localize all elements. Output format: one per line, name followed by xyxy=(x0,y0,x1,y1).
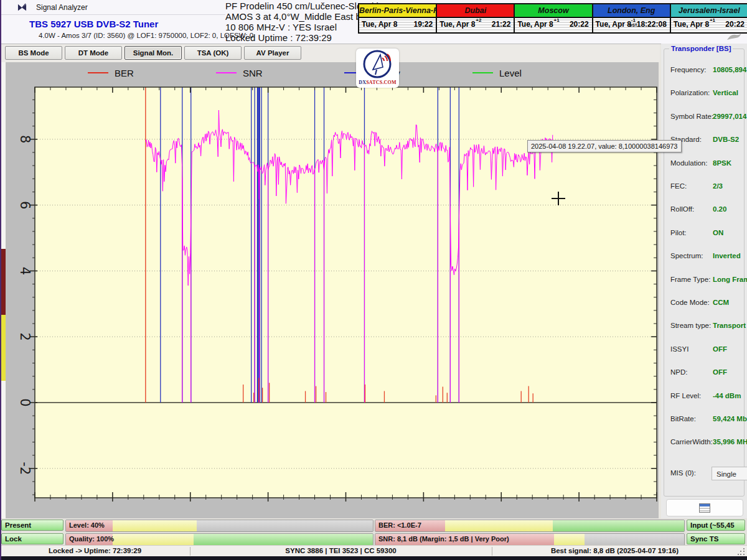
mode-tabs: BS ModeDT ModeSignal Mon.TSA (OK)AV Play… xyxy=(1,44,660,62)
tab-dt-mode[interactable]: DT Mode xyxy=(65,46,122,60)
clock-city-label: Berlin-Paris-Vienna-Roma xyxy=(359,4,436,18)
watermark-icon xyxy=(726,32,742,41)
clock-london-eng: London, EngTue, Apr 8-1DST18:22:08 xyxy=(593,4,671,32)
field-value-polarization-: Vertical xyxy=(713,89,738,96)
clock-date: Tue, Apr 8 xyxy=(596,20,631,29)
clock-city-label: Moscow xyxy=(515,4,591,18)
dxsatcs-logo: DXSATCS.COM xyxy=(356,49,399,88)
svg-text:6: 6 xyxy=(17,201,32,209)
clock-date: Tue, Apr 8 xyxy=(362,20,397,29)
app-icon xyxy=(17,3,27,12)
progress-segment-gray xyxy=(585,534,684,545)
progressbar-snr: SNR: 8,1 dB (Margin: 1,5 dB | Very Poor) xyxy=(375,533,685,546)
logo-text: DXSATCS.COM xyxy=(356,80,399,85)
clock-time-row: Tue, Apr 8+120:22 xyxy=(515,18,591,32)
svg-text:0: 0 xyxy=(17,398,32,406)
field-value-rf-level-: -44 dBm xyxy=(713,392,741,399)
log-button[interactable] xyxy=(666,499,743,516)
window-header: Signal Analyzer TBS 5927 USB DVB-S2 Tune… xyxy=(1,0,747,44)
field-value-code-mode-: CCM xyxy=(713,299,729,306)
window-bottom-edge xyxy=(0,556,747,560)
titlebar: Signal Analyzer xyxy=(1,0,225,15)
field-label-code-mode-: Code Mode: xyxy=(670,299,710,306)
field-label-frame-type-: Frame Type: xyxy=(670,276,710,283)
progress-segment-yellow xyxy=(113,534,194,545)
clock-jerusalem-israel: Jerusalem-IsraelTue, Apr 8+120:22 xyxy=(671,4,747,32)
progress-segment-green xyxy=(553,520,684,531)
tuner-subtitle: 4.0W - Amos 3/7 (ID: 3560) @ LOF1: 97500… xyxy=(39,32,253,39)
site-info-line: AMOS 3 at 4,0°W_Middle East beam xyxy=(225,11,357,22)
clock-time: 19:22 xyxy=(414,20,433,29)
transponder-groupbox: Transponder [BS] Frequency:10805,894 MHz… xyxy=(664,49,745,497)
clock-time: 18:22:08 xyxy=(637,20,667,29)
field-value-pilot-: ON xyxy=(713,229,723,236)
field-value-spectrum-: Inverted xyxy=(713,252,741,259)
site-info-line: 10 806 MHz-V : YES Israel xyxy=(225,22,357,32)
progress-segment-green xyxy=(194,534,373,545)
clock-time: 20:22 xyxy=(570,20,589,29)
progressbar-label: BER: <1.0E-7 xyxy=(378,521,421,529)
clock-moscow: MoscowTue, Apr 8+120:22 xyxy=(515,4,593,32)
clock-time-row: Tue, Apr 819:22 xyxy=(359,18,436,32)
field-label-bitrate-: BitRate: xyxy=(670,415,696,422)
resize-grip[interactable] xyxy=(738,548,745,556)
tuner-title: TBS 5927 USB DVB-S2 Tuner xyxy=(29,19,158,29)
window-left-border xyxy=(0,0,1,560)
world-clocks: Berlin-Paris-Vienna-RomaTue, Apr 819:22D… xyxy=(358,3,747,34)
clock-time-row: Tue, Apr 8+221:22 xyxy=(437,18,514,32)
clock-date: Tue, Apr 8 xyxy=(439,20,475,29)
field-value-frequency-: 10805,894 MHz xyxy=(713,66,747,73)
signal-chart[interactable]: 86420-2 xyxy=(6,62,659,518)
signal-analyzer-window: Signal Analyzer TBS 5927 USB DVB-S2 Tune… xyxy=(0,0,747,560)
field-value-symbol-rate-: 29997,014 KS/s xyxy=(713,113,747,120)
progress-segment-yellow xyxy=(554,534,585,545)
mis-dropdown[interactable]: Single xyxy=(712,467,747,480)
clock-time-row: Tue, Apr 8-1DST18:22:08 xyxy=(593,18,670,32)
field-value-rolloff-: 0.20 xyxy=(713,205,726,213)
field-label-rolloff-: RollOff: xyxy=(670,205,694,213)
field-label-rf-level-: RF Level: xyxy=(670,392,701,399)
progressbar-quality: Quality: 100% xyxy=(65,533,374,546)
progress-segment-gray xyxy=(197,520,373,531)
tab-av-player[interactable]: AV Player xyxy=(244,46,301,60)
left-meter-yellow-segment xyxy=(1,315,6,381)
clock-utc-offset: +1 xyxy=(710,18,715,23)
badge-present: Present xyxy=(1,520,63,531)
clock-time-row: Tue, Apr 8+120:22 xyxy=(671,18,747,32)
svg-text:8: 8 xyxy=(17,135,32,143)
tab-tsa-ok-[interactable]: TSA (OK) xyxy=(184,46,242,60)
clock-utc-offset: +2 xyxy=(476,18,481,23)
tab-bs-mode[interactable]: BS Mode xyxy=(5,46,62,60)
field-value-standard-: DVB-S2 xyxy=(713,136,739,143)
clock-utc-offset: +1 xyxy=(553,18,559,23)
tab-signal-mon-[interactable]: Signal Mon. xyxy=(125,46,182,60)
progress-segment-yellow xyxy=(113,520,197,531)
field-label-frequency-: Frequency: xyxy=(670,66,707,73)
field-label-symbol-rate-: Symbol Rate: xyxy=(670,113,713,120)
badge-lock: Lock xyxy=(1,533,63,544)
transponder-title: Transponder [BS] xyxy=(669,45,733,52)
field-label-carrierwidth-: CarrierWidth: xyxy=(670,438,713,446)
field-label-fec-: FEC: xyxy=(670,182,687,190)
satellite-dish-icon xyxy=(362,49,394,78)
field-label-modulation-: Modulation: xyxy=(670,159,707,167)
progressbar-label: Quality: 100% xyxy=(69,535,114,543)
clock-dubai: DubaiTue, Apr 8+221:22 xyxy=(437,4,515,32)
field-value-issyi: OFF xyxy=(713,345,727,353)
progressbar-ber: BER: <1.0E-7 xyxy=(375,520,685,532)
window-title: Signal Analyzer xyxy=(36,3,88,12)
site-info-line: Locked Uptime : 72:39:29 xyxy=(225,32,357,43)
mis-selected-value: Single xyxy=(716,470,736,478)
svg-text:2: 2 xyxy=(17,333,32,341)
chart-tooltip: 2025-04-08 19.22.07, value: 8,1000003814… xyxy=(527,140,682,152)
field-label-polarization-: Polarization: xyxy=(670,89,710,96)
left-meter-red-segment xyxy=(1,249,6,315)
progressbar-label: Level: 40% xyxy=(69,521,105,529)
clock-berlin-paris-vienna-roma: Berlin-Paris-Vienna-RomaTue, Apr 819:22 xyxy=(359,4,437,32)
statusbar-lock-uptime: Locked -> Uptime: 72:39:29 xyxy=(0,547,190,554)
site-info-line: PF Prodelin 450 cm/Lučenec-Slovakia xyxy=(225,1,357,11)
clock-city-label: Jerusalem-Israel xyxy=(671,4,747,18)
field-label-npd-: NPD: xyxy=(670,368,687,376)
svg-text:-2: -2 xyxy=(17,462,32,475)
cursor-crosshair xyxy=(552,198,565,199)
